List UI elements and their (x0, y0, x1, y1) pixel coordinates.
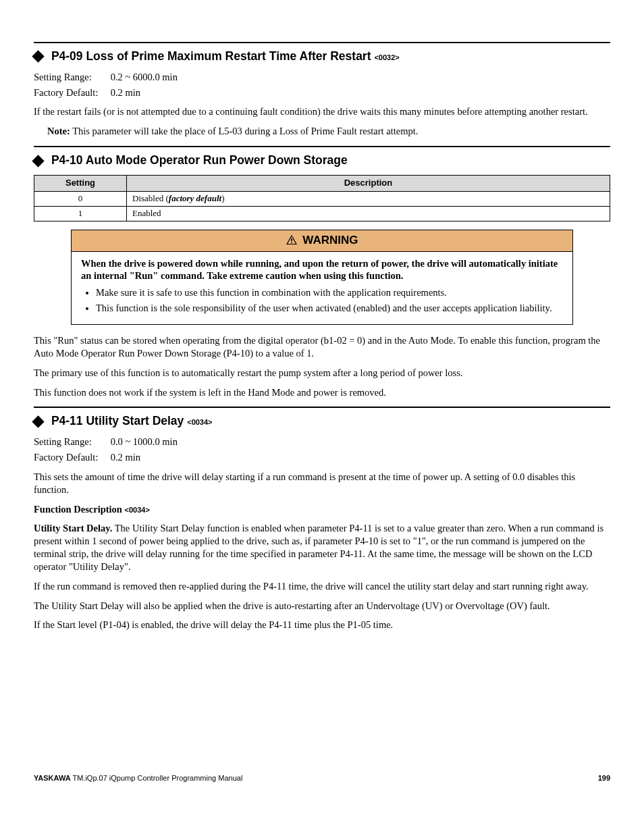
cell-description: Enabled (127, 206, 610, 221)
heading-text: P4-11 Utility Start Delay (51, 414, 187, 427)
body-paragraph: If the restart fails (or is not attempte… (34, 105, 610, 118)
col-setting: Setting (34, 175, 127, 191)
cell-description: Disabled (factory default) (127, 191, 610, 206)
page-footer: YASKAWA TM.iQp.07 iQpump Controller Prog… (34, 773, 610, 783)
body-paragraph: If the run command is removed then re-ap… (34, 580, 610, 593)
setting-range-value: 0.0 ~ 1000.0 min (111, 436, 178, 447)
warning-box: WARNING When the drive is powered down w… (71, 230, 573, 325)
factory-default-value: 0.2 min (111, 452, 140, 463)
warning-header: WARNING (72, 230, 572, 252)
factory-default-label: Factory Default: (34, 451, 108, 464)
section-rule (34, 407, 610, 408)
footer-brand: YASKAWA (34, 774, 71, 782)
table-header-row: Setting Description (34, 175, 610, 191)
diamond-icon (32, 155, 44, 167)
fn-head-code: <0034> (125, 506, 150, 514)
settings-table: Setting Description 0 Disabled (factory … (34, 175, 610, 221)
warning-lead: When the drive is powered down while run… (81, 257, 563, 283)
desc-pre: Enabled (132, 208, 161, 218)
heading-text: P4-10 Auto Mode Operator Run Power Down … (51, 153, 348, 167)
cell-setting: 0 (34, 191, 127, 206)
footer-doc-title: TM.iQp.07 iQpump Controller Programming … (71, 774, 243, 782)
section-rule (34, 146, 610, 147)
svg-rect-3 (291, 242, 292, 243)
section-heading-p4-10: P4-10 Auto Mode Operator Run Power Down … (34, 153, 610, 168)
warning-bullets: Make sure it is safe to use this functio… (81, 286, 563, 315)
setting-range-row: Setting Range: 0.0 ~ 1000.0 min (34, 436, 610, 448)
note-row: Note: This parameter will take the place… (47, 125, 610, 138)
desc-pre: Disabled ( (132, 193, 169, 203)
utility-start-delay-lead: Utility Start Delay. (34, 523, 112, 533)
heading-code: <0034> (187, 418, 212, 426)
warning-bullet: Make sure it is safe to use this functio… (96, 286, 563, 299)
section-heading-p4-11: P4-11 Utility Start Delay <0034> (34, 413, 610, 429)
function-description-heading: Function Description <0034> (34, 503, 610, 516)
factory-default-value: 0.2 min (111, 87, 140, 98)
warning-body: When the drive is powered down while run… (72, 252, 572, 324)
body-paragraph: Utility Start Delay. The Utility Start D… (34, 522, 610, 573)
svg-rect-2 (291, 238, 292, 241)
setting-range-label: Setting Range: (34, 436, 108, 448)
note-text: This parameter will take the place of L5… (72, 126, 418, 136)
footer-page-number: 199 (598, 773, 610, 783)
setting-range-value: 0.2 ~ 6000.0 min (111, 72, 178, 82)
setting-range-label: Setting Range: (34, 71, 108, 84)
setting-range-row: Setting Range: 0.2 ~ 6000.0 min (34, 71, 610, 84)
body-paragraph: This "Run" status can be stored when ope… (34, 334, 610, 360)
section-heading-p4-09: P4-09 Loss of Prime Maximum Restart Time… (34, 49, 610, 64)
table-row: 0 Disabled (factory default) (34, 191, 610, 206)
factory-default-label: Factory Default: (34, 86, 108, 99)
col-description: Description (127, 175, 610, 191)
utility-start-delay-body: The Utility Start Delay function is enab… (34, 523, 603, 572)
cell-setting: 1 (34, 206, 127, 221)
factory-default-row: Factory Default: 0.2 min (34, 451, 610, 464)
body-paragraph: The primary use of this function is to a… (34, 367, 610, 380)
note-label: Note: (47, 126, 70, 136)
diamond-icon (32, 415, 44, 427)
body-paragraph: This function does not work if the syste… (34, 386, 610, 399)
diamond-icon (32, 51, 44, 63)
fn-head-text: Function Description (34, 504, 125, 515)
body-paragraph: If the Start level (P1-04) is enabled, t… (34, 619, 610, 631)
section-rule (34, 42, 610, 43)
factory-default-text: factory default (169, 193, 221, 203)
warning-triangle-icon (286, 234, 297, 249)
body-paragraph: This sets the amount of time the drive w… (34, 471, 610, 496)
factory-default-row: Factory Default: 0.2 min (34, 86, 610, 99)
body-paragraph: The Utility Start Delay will also be app… (34, 600, 610, 613)
warning-bullet: This function is the sole responsibility… (96, 302, 563, 315)
warning-title: WARNING (302, 234, 358, 246)
heading-code: <0032> (374, 53, 399, 61)
table-row: 1 Enabled (34, 206, 610, 221)
desc-post: ) (221, 193, 224, 203)
heading-text: P4-09 Loss of Prime Maximum Restart Time… (51, 49, 375, 63)
